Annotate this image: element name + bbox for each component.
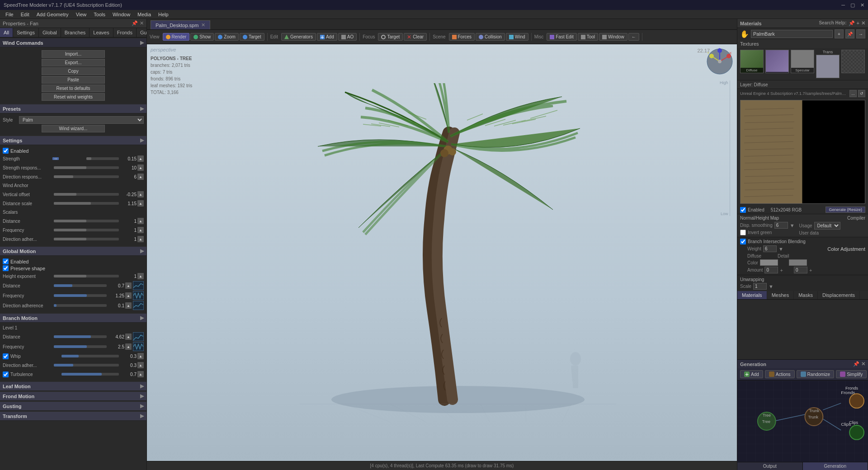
bm-distance-slider[interactable] (54, 335, 107, 338)
target-focus-btn[interactable]: Target (378, 33, 403, 41)
gm-distance-graph[interactable] (133, 281, 144, 290)
gen-output-tab[interactable]: Output (737, 462, 803, 470)
copy-btn[interactable]: Copy (42, 67, 105, 75)
tab-materials[interactable]: Materials (737, 291, 767, 299)
layer-path-edit-btn[interactable]: ... (849, 90, 857, 97)
fast-edit-btn[interactable]: Fast Edit (547, 33, 576, 41)
leaf-motion-section[interactable]: Leaf Motion ▶ (0, 382, 146, 391)
tool-btn[interactable]: Tool (578, 33, 598, 41)
settings-enabled-cb[interactable] (3, 148, 9, 154)
mat-enabled-cb[interactable] (740, 207, 746, 213)
viewport-3d[interactable]: perspective POLYGONS - TREE branches: 2,… (147, 44, 737, 461)
bm-distance-graph[interactable] (133, 332, 144, 341)
tab-branches[interactable]: Branches (61, 28, 90, 37)
direction-adher-slider[interactable] (54, 238, 119, 240)
bm-turbulence-arrow[interactable]: ▲ (137, 371, 144, 377)
invert-green-cb[interactable] (740, 230, 746, 235)
texture-normal[interactable] (765, 50, 789, 73)
arrow-btn[interactable]: ← (628, 33, 639, 41)
scalars-frequency-arrow[interactable]: ▲ (137, 227, 144, 233)
bm-frequency-arrow[interactable]: ▲ (125, 343, 132, 350)
mat-arrow-btn[interactable]: → (856, 29, 865, 38)
gm-frequency-graph[interactable] (133, 291, 144, 300)
menu-item-file[interactable]: File (2, 11, 17, 18)
transform-section[interactable]: Transform ▶ (0, 412, 146, 421)
bm-whip-arrow[interactable]: ▲ (137, 353, 144, 359)
texture-trans[interactable] (816, 55, 840, 78)
gen-generation-tab[interactable]: Generation (803, 462, 868, 470)
materials-pin[interactable]: 📌 (849, 20, 855, 26)
reset-defaults-btn[interactable]: Reset to defaults (42, 85, 105, 92)
gen-randomize-btn[interactable]: Randomize (797, 370, 835, 378)
mat-name-input[interactable] (751, 30, 833, 38)
strength-arrow[interactable]: ▲ (137, 155, 144, 162)
bm-turbulence-slider[interactable] (61, 373, 119, 376)
global-motion-section[interactable]: Global Motion ▶ (0, 247, 146, 256)
height-exp-arrow[interactable]: ▲ (137, 273, 144, 279)
ao-btn[interactable]: AO (338, 33, 357, 41)
bm-distance-arrow[interactable]: ▲ (125, 334, 132, 340)
menu-item-help[interactable]: Help (155, 11, 172, 18)
vertical-offset-arrow[interactable]: ▲ (137, 191, 144, 197)
bm-frequency-graph[interactable] (133, 342, 144, 351)
tab-fronds[interactable]: Fronds (113, 28, 137, 37)
gen-close[interactable]: ✕ (861, 361, 865, 367)
texture-extra[interactable] (841, 50, 865, 73)
disp-smooth-input[interactable] (774, 222, 788, 229)
gusting-section[interactable]: Gusting ▶ (0, 402, 146, 411)
scale-input[interactable] (753, 283, 767, 290)
direction-response-arrow[interactable]: ▲ (137, 174, 144, 180)
gen-simplify-btn[interactable]: Simplify (836, 370, 867, 378)
strength-slider[interactable] (86, 157, 119, 160)
bm-dir-arrow[interactable]: ▲ (137, 362, 144, 368)
tab-masks[interactable]: Masks (794, 291, 818, 299)
panel-pin-btn[interactable]: 📌 (132, 20, 138, 26)
texture-diffuse[interactable]: Diffuse (740, 50, 764, 73)
tab-gusts[interactable]: Gusts (137, 28, 147, 37)
collision-btn[interactable]: Collision (476, 33, 505, 41)
distance-scale-slider[interactable] (54, 202, 119, 205)
wind-wizard-btn[interactable]: Wind wizard... (42, 125, 105, 132)
bm-whip-cb[interactable] (3, 353, 9, 359)
color-ca-swatch[interactable] (760, 259, 778, 266)
mat-add-btn[interactable]: + (835, 29, 844, 38)
materials-plus[interactable]: + (857, 20, 859, 26)
panel-close-btn[interactable]: ✕ (140, 20, 144, 26)
add-btn[interactable]: + Add (317, 33, 337, 41)
direction-response-slider[interactable] (54, 175, 119, 178)
gen-add-btn[interactable]: + Add (740, 370, 763, 378)
tab-displacements[interactable]: Displacements (818, 291, 860, 299)
presets-section[interactable]: Presets ▶ (0, 104, 146, 113)
strength-response-slider[interactable] (54, 166, 119, 169)
usage-select[interactable]: Default (814, 222, 840, 230)
target-view-btn[interactable]: Target (240, 33, 264, 41)
menu-item-window[interactable]: Window (109, 11, 134, 18)
preserve-shape-cb[interactable] (3, 265, 9, 271)
branch-intersection-cb[interactable] (740, 239, 746, 244)
menu-item-edit[interactable]: Edit (17, 11, 33, 18)
gm-dir-slider[interactable] (54, 304, 107, 307)
generate-resize-btn[interactable]: Generate (Resize) (826, 207, 865, 213)
detail-ca-swatch[interactable] (789, 259, 807, 266)
tab-meshes[interactable]: Meshes (767, 291, 794, 299)
scalars-frequency-slider[interactable] (54, 229, 119, 231)
show-btn[interactable]: Show (190, 33, 214, 41)
clear-btn[interactable]: ✕ Clear (404, 33, 427, 41)
branch-weight-input[interactable] (763, 245, 777, 252)
render-btn[interactable]: Render (163, 33, 190, 41)
gm-frequency-arrow[interactable]: ▲ (125, 292, 132, 299)
tab-global[interactable]: Global (39, 28, 61, 37)
gen-actions-btn[interactable]: Actions (765, 370, 795, 378)
bm-whip-slider[interactable] (61, 355, 119, 357)
gm-dir-graph[interactable] (133, 301, 144, 310)
menu-item-add geometry[interactable]: Add Geometry (33, 11, 72, 18)
paste-btn[interactable]: Paste (42, 76, 105, 84)
minimize-btn[interactable]: ─ (841, 2, 845, 8)
file-tab-close[interactable]: ✕ (201, 22, 205, 28)
gen-pin[interactable]: 📌 (853, 361, 859, 367)
generators-btn[interactable]: Generators (281, 33, 316, 41)
gm-dir-arrow[interactable]: ▲ (125, 302, 132, 309)
scalars-distance-slider[interactable] (54, 220, 119, 222)
mat-pin-btn[interactable]: 📌 (845, 29, 854, 38)
amount-input-1[interactable] (764, 267, 778, 273)
